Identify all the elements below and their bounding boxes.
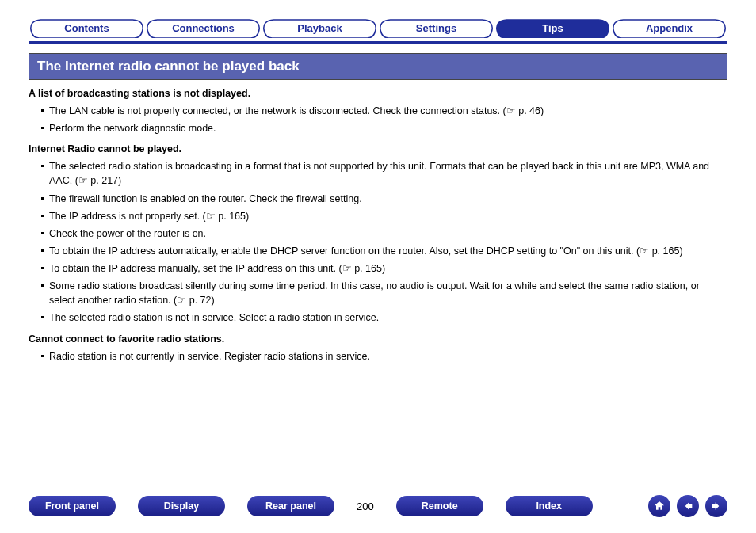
bullet-list: The LAN cable is not properly connected,… <box>29 104 727 135</box>
pointing-hand-icon: ☞ <box>177 295 186 306</box>
tab-label: Connections <box>172 22 235 34</box>
tab-connections[interactable]: Connections <box>146 19 261 38</box>
footer-bar: Front panelDisplayRear panel 200 RemoteI… <box>0 495 756 517</box>
tab-label: Contents <box>64 22 109 34</box>
arrow-right-icon <box>710 500 723 512</box>
next-page-button[interactable] <box>705 495 727 517</box>
subsection-heading: Internet Radio cannot be played. <box>29 143 727 154</box>
list-item: To obtain the IP address manually, set t… <box>41 261 727 276</box>
list-item: The LAN cable is not properly connected,… <box>41 104 727 118</box>
page-number: 200 <box>357 501 374 512</box>
page-ref-link[interactable]: ☞ p. 72 <box>177 295 211 306</box>
section-banner: The Internet radio cannot be played back <box>29 53 727 80</box>
home-button[interactable] <box>648 495 670 517</box>
content-area: A list of broadcasting stations is not d… <box>29 88 727 364</box>
pointing-hand-icon: ☞ <box>342 263 352 274</box>
list-item: To obtain the IP address automatically, … <box>41 244 727 258</box>
page-ref-link[interactable]: ☞ p. 46 <box>506 105 540 116</box>
pointing-hand-icon: ☞ <box>640 246 649 257</box>
list-item: Check the power of the router is on. <box>41 227 727 241</box>
remote-button[interactable]: Remote <box>396 496 483 516</box>
tab-tips[interactable]: Tips <box>495 19 610 38</box>
bullet-list: The selected radio station is broadcasti… <box>29 159 727 325</box>
list-item: The IP address is not properly set. (☞ p… <box>41 209 727 223</box>
page-ref-link[interactable]: ☞ p. 165 <box>342 263 382 274</box>
tab-contents[interactable]: Contents <box>29 19 144 38</box>
index-button[interactable]: Index <box>506 496 593 516</box>
tab-appendix[interactable]: Appendix <box>612 19 727 38</box>
tab-label: Tips <box>542 22 563 34</box>
display-button[interactable]: Display <box>138 496 225 516</box>
pointing-hand-icon: ☞ <box>78 175 88 186</box>
page-ref-link[interactable]: ☞ p. 165 <box>640 246 679 257</box>
page-ref-link[interactable]: ☞ p. 165 <box>206 211 246 222</box>
arrow-left-icon <box>682 500 694 512</box>
tab-playback[interactable]: Playback <box>262 19 377 38</box>
tab-label: Playback <box>297 22 342 34</box>
list-item: Some radio stations broadcast silently d… <box>41 279 727 307</box>
pointing-hand-icon: ☞ <box>506 105 516 116</box>
tab-label: Settings <box>416 22 456 34</box>
page-ref-link[interactable]: ☞ p. 217 <box>78 175 118 186</box>
home-icon <box>653 500 666 512</box>
subsection-heading: Cannot connect to favorite radio station… <box>29 333 727 345</box>
pointing-hand-icon: ☞ <box>206 211 216 222</box>
top-tabs: Contents Connections Playback Settings T… <box>29 16 727 38</box>
tab-settings[interactable]: Settings <box>379 19 494 38</box>
list-item: The firewall function is enabled on the … <box>41 192 727 206</box>
rear-panel-button[interactable]: Rear panel <box>247 496 334 516</box>
prev-page-button[interactable] <box>677 495 699 517</box>
list-item: Radio station is not currently in servic… <box>41 349 727 364</box>
tab-underline <box>29 41 727 44</box>
tab-label: Appendix <box>646 22 693 34</box>
bullet-list: Radio station is not currently in servic… <box>29 349 727 364</box>
subsection-heading: A list of broadcasting stations is not d… <box>29 88 727 99</box>
list-item: Perform the network diagnostic mode. <box>41 121 727 135</box>
list-item: The selected radio station is not in ser… <box>41 310 727 325</box>
front-panel-button[interactable]: Front panel <box>29 496 116 516</box>
list-item: The selected radio station is broadcasti… <box>41 159 727 188</box>
